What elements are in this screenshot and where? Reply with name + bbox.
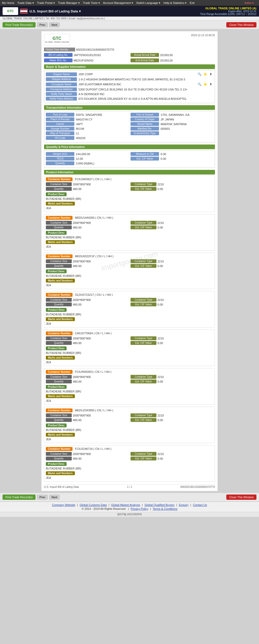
country-origin-value: JP, JAPAN — [161, 118, 213, 121]
footer-privacy-link[interactable]: Privacy Policy — [131, 507, 148, 510]
marks-section: Marks and Numbers JEA — [46, 278, 213, 287]
next-button-top[interactable]: Next — [49, 22, 60, 27]
marks-label[interactable]: Marks and Numbers — [46, 202, 75, 206]
shipper-addr-value: 1-9-2 HIGASHI-SHINBASHI MINATO-KU TOKYO … — [78, 78, 213, 81]
marks-label[interactable]: Marks and Numbers — [46, 394, 75, 398]
marks-label[interactable]: Marks and Numbers — [46, 317, 75, 321]
container-number-badge[interactable]: Container Number — [46, 177, 73, 181]
consignee-star-icon[interactable]: ⭐ — [203, 82, 207, 87]
exit-arrival-value: 20190126 — [160, 59, 173, 62]
footer-contact-link[interactable]: Contact Us — [193, 503, 207, 506]
container-number-badge[interactable]: Container Number — [46, 331, 73, 335]
container-number-badge[interactable]: Container Number — [46, 370, 73, 374]
next-button-bottom[interactable]: Next — [49, 495, 60, 499]
footer-buyers-link[interactable]: Global Qualified Buyers — [145, 503, 175, 506]
mark-text: JEA — [46, 245, 213, 248]
marks-section: Marks and Numbers JEA — [46, 355, 213, 364]
nav-help[interactable]: Help & Statistics ▾ — [163, 1, 186, 5]
container-cif-col: Est. CIF Value 0.00 — [131, 302, 213, 306]
footer-customs-link[interactable]: Global Customs Data — [80, 503, 107, 506]
product-desc-label[interactable]: Product Desc — [46, 346, 67, 350]
header-logo-area: GTC GLOBAL TRADE ONLINE 2019-12-13 15:40… — [44, 34, 215, 46]
marks-label[interactable]: Marks and Numbers — [46, 279, 75, 283]
search-icon[interactable]: 🔍 — [197, 72, 202, 77]
container-size-value: 2000*800*900 — [73, 452, 91, 456]
header-logo: GTC GLOBAL TRADE ONLINE — [44, 34, 70, 46]
star-icon[interactable]: ⭐ — [203, 72, 207, 77]
print-button-bottom[interactable]: Print Trade Record(s) — [3, 495, 35, 500]
close-button-top[interactable]: Close This Window — [226, 22, 256, 27]
close-button-bottom[interactable]: Close This Window — [226, 495, 256, 500]
port-load-field: Port of Load 55976, SINGAPORE — [46, 113, 128, 117]
container-type-col: Container Type 2210 — [131, 336, 213, 340]
port-load-value: 55976, SINGAPORE — [76, 113, 128, 116]
product-desc-label[interactable]: Product Desc — [46, 231, 67, 235]
container-number-badge[interactable]: Container Number — [46, 216, 73, 220]
product-desc-label[interactable]: Product Desc — [46, 385, 67, 389]
marks-label[interactable]: Marks and Numbers — [46, 356, 75, 360]
nav-account[interactable]: Account Management ▾ — [103, 1, 133, 5]
notify-addr-row: Notify Party Address 670 DOLWICK DRIVE E… — [46, 97, 213, 101]
nav-trade-portal[interactable]: Trade Portal ▾ — [37, 1, 55, 5]
bill-lading-field: Bill of Lading No. JAPTENG018120162 — [44, 53, 128, 57]
nav-trade-data[interactable]: Trade Data ▾ — [17, 1, 34, 5]
marks-label[interactable]: Marks and Numbers — [46, 471, 75, 475]
container-qty-cif-row: Quantity 480.00 Est. CIF Value 0.00 — [46, 302, 213, 306]
container-size-label: Container Size — [46, 452, 72, 456]
inbond-field: In-bond Entry Type — [131, 131, 213, 135]
product-desc-label[interactable]: Product Desc — [46, 192, 67, 196]
bill-lading-value: JAPTENG018120162 — [74, 54, 101, 57]
container-number-badge[interactable]: Container Number — [46, 293, 73, 297]
container-number-badge[interactable]: Container Number — [46, 254, 73, 258]
product-desc-label[interactable]: Product Desc — [46, 269, 67, 273]
footer-market-link[interactable]: Global Market Analysis — [111, 503, 140, 506]
container-size-type-row: Container Size 2000*800*900 Container Ty… — [46, 375, 213, 379]
print-button-top[interactable]: Print Trade Record(s) — [3, 22, 35, 27]
icp-text: 浙ICP备140133659号 — [117, 513, 142, 516]
nav-language[interactable]: Switch Language ▾ — [136, 1, 160, 5]
page-title: U.S. Import Bill of Lading Data ▾ — [30, 9, 81, 13]
mater-bol-value: MEDUP205043 — [74, 59, 93, 62]
container-cif-col: Est. CIF Value 0.00 — [131, 264, 213, 268]
actual-arrival-label: Actual Arrival Date — [131, 53, 159, 57]
mark-text: JEA — [46, 399, 213, 402]
container-cif-value: 0.00 — [157, 187, 163, 191]
footer-terms-link[interactable]: Terms & Conditions — [153, 507, 177, 510]
container-qty-col: Quantity 480.00 — [46, 457, 128, 460]
nav-home[interactable]: My Home — [2, 1, 14, 4]
product-desc-label[interactable]: Product Desc — [46, 423, 67, 427]
prev-button-top[interactable]: Prev — [37, 22, 48, 27]
footer-company-link[interactable]: Company Website — [52, 503, 75, 506]
container-qty-label: Quantity — [46, 341, 72, 345]
logo-text: GTC — [7, 9, 13, 13]
nav-trade-tools[interactable]: Trade Tools ▾ — [83, 1, 100, 5]
nav-exit[interactable]: Exit — [190, 1, 194, 4]
consignee-upload-icon[interactable]: ⬆ — [208, 82, 213, 87]
product-desc-section: Product Desc BUTADIENE RUBBER (BR) — [46, 384, 213, 393]
port-unload-value: 1703, SAVANNAH, GA — [161, 113, 213, 116]
marks-label[interactable]: Marks and Numbers — [46, 240, 75, 244]
container-qty-value: 480.00 — [73, 457, 82, 460]
upload-icon[interactable]: ⬆ — [208, 72, 213, 77]
container-type-col: Container Type 2210 — [131, 182, 213, 186]
marks-label[interactable]: Marks and Numbers — [46, 433, 75, 437]
container-type-value: 2210 — [157, 375, 164, 378]
marks-section: Marks and Numbers JEA — [46, 316, 213, 325]
consignee-name-value: JSR ELASTOMER AMERICA INC — [78, 83, 195, 86]
container-item: Container Number OLDU5715217 ( CN / L / … — [44, 291, 215, 328]
container-cif-col: Est. CIF Value 0.00 — [131, 457, 213, 460]
container-qty-cif-row: Quantity 480.00 Est. CIF Value 0.00 — [46, 418, 213, 422]
container-number-badge[interactable]: Container Number — [46, 408, 73, 412]
transport-header: Transportation Information — [44, 105, 215, 110]
footer-enquiry-link[interactable]: Enquiry — [179, 503, 188, 506]
prev-button-bottom[interactable]: Prev — [37, 495, 48, 499]
product-desc-text: BUTADIENE RUBBER (BR) — [46, 236, 213, 239]
product-desc-label[interactable]: Product Desc — [46, 462, 67, 466]
consignee-search-icon[interactable]: 🔍 — [197, 82, 202, 87]
nav-trade-manager[interactable]: Trade Manager ▾ — [58, 1, 80, 5]
quantity-value: 3,840.00(BAL) — [76, 162, 128, 165]
product-desc-label[interactable]: Product Desc — [46, 308, 67, 312]
container-number-badge[interactable]: Container Number — [46, 447, 73, 451]
footer-links-area: Company Website | Global Customs Data | … — [0, 502, 259, 512]
container-item: Container Number MEDU2343950 ( CN / L / … — [44, 407, 215, 443]
